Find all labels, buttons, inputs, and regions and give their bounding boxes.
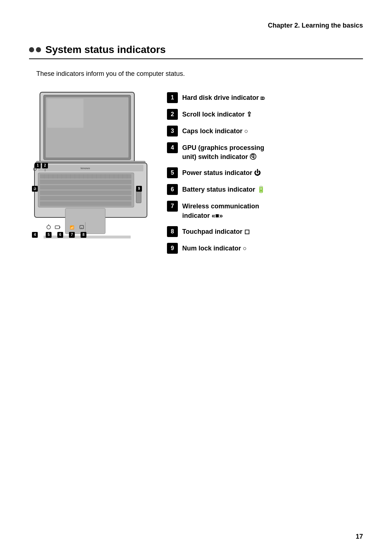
indicator-text-5: Power status indicator ⏻ xyxy=(182,167,261,177)
indicator-badge-7: 7 xyxy=(167,201,178,212)
svg-text:lenovo: lenovo xyxy=(81,167,90,170)
svg-point-57 xyxy=(47,225,50,229)
svg-rect-6 xyxy=(38,165,143,171)
indicator-badge-2: 2 xyxy=(167,109,178,120)
indicator-item-9: 9 Num lock indicator ○ xyxy=(167,243,363,254)
svg-text:9: 9 xyxy=(138,187,140,191)
indicator-text-6: Battery status indicator 🔋 xyxy=(182,184,265,194)
content-area: lenovo xyxy=(29,89,363,254)
section-dots-decoration xyxy=(29,47,41,52)
dot-2 xyxy=(36,47,41,52)
laptop-illustration: lenovo xyxy=(29,89,152,242)
svg-rect-60 xyxy=(60,227,60,228)
chapter-header: Chapter 2. Learning the basics xyxy=(29,22,363,29)
svg-rect-3 xyxy=(47,99,83,128)
indicator-badge-1: 1 xyxy=(167,92,178,103)
indicator-item-5: 5 Power status indicator ⏻ xyxy=(167,167,363,178)
indicator-item-7: 7 Wireless communicationindicator «■» xyxy=(167,201,363,220)
indicator-item-4: 4 GPU (graphics processingunit) switch i… xyxy=(167,142,363,162)
page-number: 17 xyxy=(356,533,363,540)
indicator-item-3: 3 Caps lock indicator ○ xyxy=(167,126,363,136)
svg-rect-11 xyxy=(40,185,131,189)
svg-text:7: 7 xyxy=(71,233,73,237)
indicator-item-6: 6 Battery status indicator 🔋 xyxy=(167,184,363,195)
indicator-item-8: 8 Touchpad indicator ◻ xyxy=(167,226,363,237)
svg-text:1: 1 xyxy=(37,163,39,167)
indicator-badge-3: 3 xyxy=(167,126,178,136)
indicator-text-7: Wireless communicationindicator «■» xyxy=(182,201,259,220)
section-description: These indicators inform you of the compu… xyxy=(36,70,363,78)
indicator-text-4: GPU (graphics processingunit) switch ind… xyxy=(182,142,264,162)
indicator-item-2: 2 Scroll lock indicator ⇪ xyxy=(167,109,363,120)
indicator-text-8: Touchpad indicator ◻ xyxy=(182,226,250,236)
section-title: System status indicators xyxy=(45,44,166,56)
page-container: Chapter 2. Learning the basics System st… xyxy=(0,0,392,555)
indicator-badge-9: 9 xyxy=(167,243,178,254)
svg-text:2: 2 xyxy=(44,163,46,167)
indicator-text-9: Num lock indicator ○ xyxy=(182,243,247,253)
svg-rect-59 xyxy=(55,226,60,229)
svg-rect-12 xyxy=(40,191,131,195)
section-title-container: System status indicators xyxy=(29,44,363,59)
svg-text:5: 5 xyxy=(48,233,50,237)
svg-rect-13 xyxy=(40,196,131,200)
indicator-text-1: Hard disk drive indicator ⎄ xyxy=(182,92,265,102)
svg-rect-14 xyxy=(40,201,131,206)
svg-text:8: 8 xyxy=(82,233,85,237)
dot-1 xyxy=(29,47,34,52)
indicator-badge-4: 4 xyxy=(167,142,178,153)
indicator-badge-6: 6 xyxy=(167,184,178,195)
svg-text:4: 4 xyxy=(34,233,36,237)
svg-text:⇧: ⇧ xyxy=(44,169,46,172)
indicator-text-3: Caps lock indicator ○ xyxy=(182,126,248,136)
laptop-svg: lenovo xyxy=(29,89,152,241)
indicator-badge-5: 5 xyxy=(167,167,178,178)
svg-rect-9 xyxy=(40,174,131,179)
indicator-item-1: 1 Hard disk drive indicator ⎄ xyxy=(167,92,363,103)
svg-text:6: 6 xyxy=(59,233,61,237)
indicator-text-2: Scroll lock indicator ⇪ xyxy=(182,109,252,119)
indicators-list: 1 Hard disk drive indicator ⎄ 2 Scroll l… xyxy=(167,89,363,254)
svg-text:📶: 📶 xyxy=(70,225,74,230)
chapter-title: Chapter 2. Learning the basics xyxy=(268,22,363,29)
indicator-badge-8: 8 xyxy=(167,226,178,237)
svg-rect-38 xyxy=(44,236,131,238)
svg-rect-10 xyxy=(40,180,131,184)
